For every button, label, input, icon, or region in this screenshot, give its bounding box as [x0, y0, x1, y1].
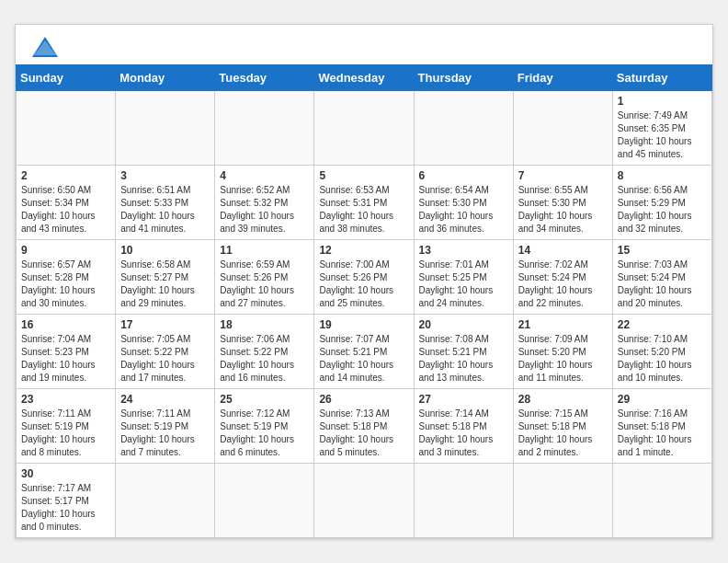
week-row-6: 30Sunrise: 7:17 AMSunset: 5:17 PMDayligh…: [17, 463, 712, 537]
day-number: 30: [21, 467, 110, 480]
day-number: 23: [21, 393, 110, 406]
calendar-cell: [513, 463, 612, 537]
calendar-cell: [116, 90, 215, 165]
calendar-cell: 16Sunrise: 7:04 AMSunset: 5:23 PMDayligh…: [17, 314, 116, 388]
day-number: 1: [618, 95, 707, 108]
day-number: 28: [518, 393, 608, 406]
weekday-header-thursday: Thursday: [414, 64, 513, 90]
day-info: Sunrise: 7:13 AMSunset: 5:18 PMDaylight:…: [319, 408, 408, 459]
weekday-header-monday: Monday: [116, 64, 215, 90]
calendar-cell: 10Sunrise: 6:58 AMSunset: 5:27 PMDayligh…: [116, 239, 215, 314]
calendar-cell: [513, 90, 612, 165]
weekday-header-tuesday: Tuesday: [215, 64, 314, 90]
day-number: 3: [120, 169, 210, 182]
day-number: 20: [419, 318, 508, 331]
calendar-container: SundayMondayTuesdayWednesdayThursdayFrid…: [15, 24, 713, 539]
day-number: 18: [220, 318, 309, 331]
day-info: Sunrise: 7:49 AMSunset: 6:35 PMDaylight:…: [618, 109, 707, 161]
calendar-cell: 25Sunrise: 7:12 AMSunset: 5:19 PMDayligh…: [215, 388, 314, 463]
calendar-cell: 1Sunrise: 7:49 AMSunset: 6:35 PMDaylight…: [612, 90, 711, 165]
calendar-cell: [314, 463, 414, 537]
calendar-cell: 11Sunrise: 6:59 AMSunset: 5:26 PMDayligh…: [215, 239, 314, 314]
day-info: Sunrise: 6:54 AMSunset: 5:30 PMDaylight:…: [419, 184, 508, 236]
calendar-cell: 18Sunrise: 7:06 AMSunset: 5:22 PMDayligh…: [215, 314, 314, 388]
day-info: Sunrise: 6:51 AMSunset: 5:33 PMDaylight:…: [120, 184, 210, 236]
calendar-cell: 21Sunrise: 7:09 AMSunset: 5:20 PMDayligh…: [513, 314, 612, 388]
day-number: 13: [419, 244, 508, 257]
calendar-cell: 12Sunrise: 7:00 AMSunset: 5:26 PMDayligh…: [314, 239, 414, 314]
day-number: 19: [319, 318, 408, 331]
day-number: 16: [21, 318, 110, 331]
calendar-cell: 30Sunrise: 7:17 AMSunset: 5:17 PMDayligh…: [17, 463, 116, 537]
day-info: Sunrise: 6:57 AMSunset: 5:28 PMDaylight:…: [21, 259, 110, 310]
day-info: Sunrise: 7:10 AMSunset: 5:20 PMDaylight:…: [618, 333, 707, 385]
day-info: Sunrise: 6:58 AMSunset: 5:27 PMDaylight:…: [120, 259, 210, 310]
calendar-cell: [414, 463, 513, 537]
day-info: Sunrise: 7:11 AMSunset: 5:19 PMDaylight:…: [21, 408, 110, 459]
weekday-header-friday: Friday: [513, 64, 612, 90]
day-number: 22: [618, 318, 707, 331]
calendar-cell: 6Sunrise: 6:54 AMSunset: 5:30 PMDaylight…: [414, 165, 513, 239]
day-number: 15: [618, 244, 707, 257]
calendar-cell: [612, 463, 711, 537]
day-number: 4: [220, 169, 309, 182]
day-info: Sunrise: 6:53 AMSunset: 5:31 PMDaylight:…: [319, 184, 408, 236]
day-info: Sunrise: 7:00 AMSunset: 5:26 PMDaylight:…: [319, 259, 408, 310]
calendar-cell: 20Sunrise: 7:08 AMSunset: 5:21 PMDayligh…: [414, 314, 513, 388]
week-row-5: 23Sunrise: 7:11 AMSunset: 5:19 PMDayligh…: [17, 388, 712, 463]
day-number: 27: [419, 393, 508, 406]
day-info: Sunrise: 7:17 AMSunset: 5:17 PMDaylight:…: [21, 482, 110, 534]
calendar-cell: 22Sunrise: 7:10 AMSunset: 5:20 PMDayligh…: [612, 314, 711, 388]
day-info: Sunrise: 7:02 AMSunset: 5:24 PMDaylight:…: [518, 259, 608, 310]
week-row-2: 2Sunrise: 6:50 AMSunset: 5:34 PMDaylight…: [17, 165, 712, 239]
day-info: Sunrise: 7:15 AMSunset: 5:18 PMDaylight:…: [518, 408, 608, 459]
day-number: 26: [319, 393, 408, 406]
calendar-cell: [314, 90, 414, 165]
calendar-table: SundayMondayTuesdayWednesdayThursdayFrid…: [16, 64, 712, 538]
weekday-header-row: SundayMondayTuesdayWednesdayThursdayFrid…: [17, 64, 712, 90]
day-number: 5: [319, 169, 408, 182]
calendar-cell: 15Sunrise: 7:03 AMSunset: 5:24 PMDayligh…: [612, 239, 711, 314]
calendar-cell: 26Sunrise: 7:13 AMSunset: 5:18 PMDayligh…: [314, 388, 414, 463]
calendar-cell: [215, 463, 314, 537]
calendar-cell: 4Sunrise: 6:52 AMSunset: 5:32 PMDaylight…: [215, 165, 314, 239]
calendar-cell: 7Sunrise: 6:55 AMSunset: 5:30 PMDaylight…: [513, 165, 612, 239]
calendar-cell: 3Sunrise: 6:51 AMSunset: 5:33 PMDaylight…: [116, 165, 215, 239]
calendar-cell: 27Sunrise: 7:14 AMSunset: 5:18 PMDayligh…: [414, 388, 513, 463]
calendar-cell: [215, 90, 314, 165]
day-info: Sunrise: 6:56 AMSunset: 5:29 PMDaylight:…: [618, 184, 707, 236]
calendar-cell: 2Sunrise: 6:50 AMSunset: 5:34 PMDaylight…: [17, 165, 116, 239]
svg-marker-1: [34, 40, 56, 55]
calendar-cell: 5Sunrise: 6:53 AMSunset: 5:31 PMDaylight…: [314, 165, 414, 239]
calendar-cell: [414, 90, 513, 165]
calendar-cell: 8Sunrise: 6:56 AMSunset: 5:29 PMDaylight…: [612, 165, 711, 239]
day-info: Sunrise: 7:01 AMSunset: 5:25 PMDaylight:…: [419, 259, 508, 310]
calendar-cell: 19Sunrise: 7:07 AMSunset: 5:21 PMDayligh…: [314, 314, 414, 388]
calendar-cell: 9Sunrise: 6:57 AMSunset: 5:28 PMDaylight…: [17, 239, 116, 314]
day-info: Sunrise: 6:50 AMSunset: 5:34 PMDaylight:…: [21, 184, 110, 236]
calendar-header: [16, 25, 712, 64]
weekday-header-saturday: Saturday: [612, 64, 711, 90]
day-info: Sunrise: 7:14 AMSunset: 5:18 PMDaylight:…: [419, 408, 508, 459]
day-info: Sunrise: 6:59 AMSunset: 5:26 PMDaylight:…: [220, 259, 309, 310]
day-info: Sunrise: 7:07 AMSunset: 5:21 PMDaylight:…: [319, 333, 408, 385]
day-number: 6: [419, 169, 508, 182]
day-number: 17: [120, 318, 210, 331]
day-info: Sunrise: 7:16 AMSunset: 5:18 PMDaylight:…: [618, 408, 707, 459]
day-number: 10: [120, 244, 210, 257]
day-info: Sunrise: 7:03 AMSunset: 5:24 PMDaylight:…: [618, 259, 707, 310]
calendar-cell: 29Sunrise: 7:16 AMSunset: 5:18 PMDayligh…: [612, 388, 711, 463]
day-number: 11: [220, 244, 309, 257]
day-info: Sunrise: 6:55 AMSunset: 5:30 PMDaylight:…: [518, 184, 608, 236]
calendar-cell: [116, 463, 215, 537]
logo-icon: [32, 37, 58, 57]
calendar-cell: 23Sunrise: 7:11 AMSunset: 5:19 PMDayligh…: [17, 388, 116, 463]
day-number: 14: [518, 244, 608, 257]
day-number: 7: [518, 169, 608, 182]
logo-area: [30, 36, 58, 57]
calendar-cell: 13Sunrise: 7:01 AMSunset: 5:25 PMDayligh…: [414, 239, 513, 314]
day-number: 8: [618, 169, 707, 182]
day-number: 2: [21, 169, 110, 182]
weekday-header-wednesday: Wednesday: [314, 64, 414, 90]
day-info: Sunrise: 7:11 AMSunset: 5:19 PMDaylight:…: [120, 408, 210, 459]
